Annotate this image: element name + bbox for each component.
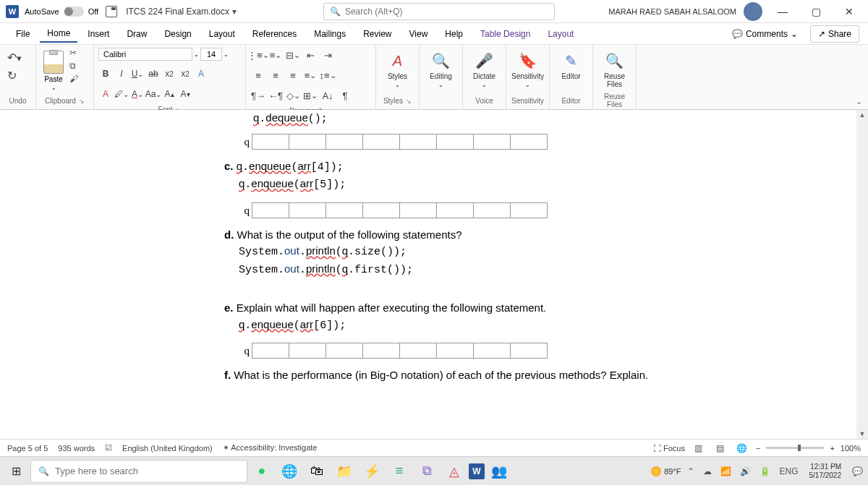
table-cell[interactable] bbox=[399, 202, 437, 218]
document-name[interactable]: ITCS 224 Final Exam.docx bbox=[126, 7, 229, 17]
table-cell[interactable] bbox=[510, 343, 548, 359]
chevron-down-icon[interactable]: ⌄ bbox=[224, 51, 229, 58]
table-row[interactable]: q bbox=[239, 202, 673, 218]
align-right-button[interactable]: ≡ bbox=[285, 68, 301, 82]
table-cell[interactable] bbox=[326, 202, 363, 218]
table-cell[interactable] bbox=[252, 134, 289, 150]
align-center-button[interactable]: ≡ bbox=[268, 68, 284, 82]
taskbar-search[interactable]: 🔍 bbox=[30, 460, 247, 483]
table-cell[interactable] bbox=[399, 134, 437, 150]
superscript-button[interactable]: x2 bbox=[178, 67, 192, 81]
multilevel-button[interactable]: ⊟⌄ bbox=[285, 48, 301, 62]
page-indicator[interactable]: Page 5 of 5 bbox=[7, 444, 48, 453]
autosave-toggle[interactable]: AutoSave Off bbox=[25, 7, 98, 17]
ltr-button[interactable]: ¶→ bbox=[250, 88, 266, 103]
taskbar-search-input[interactable] bbox=[55, 466, 239, 476]
claude-icon[interactable]: ◬ bbox=[441, 458, 467, 484]
read-mode-icon[interactable]: ▥ bbox=[691, 442, 707, 455]
save-icon[interactable] bbox=[106, 6, 117, 17]
close-button[interactable]: ✕ bbox=[836, 1, 862, 22]
store-icon[interactable]: 🛍 bbox=[304, 458, 330, 484]
table-cell[interactable] bbox=[289, 202, 326, 218]
notifications-icon[interactable]: 💬 bbox=[850, 466, 865, 476]
zoom-level[interactable]: 100% bbox=[841, 444, 861, 453]
chevron-down-icon[interactable]: ⌄ bbox=[194, 51, 199, 58]
wifi-icon[interactable]: 📶 bbox=[718, 466, 733, 476]
show-marks-button[interactable]: ¶ bbox=[337, 88, 353, 103]
tab-layout[interactable]: Layout bbox=[202, 26, 242, 42]
rtl-button[interactable]: ←¶ bbox=[268, 88, 284, 103]
table-row[interactable]: q bbox=[239, 343, 673, 359]
share-button[interactable]: ↗ Share bbox=[810, 25, 859, 43]
print-layout-icon[interactable]: ▤ bbox=[712, 442, 728, 455]
maximize-button[interactable]: ▢ bbox=[803, 1, 829, 22]
chevron-up-icon[interactable]: ⌃ bbox=[685, 466, 697, 476]
bold-button[interactable]: B bbox=[98, 67, 113, 81]
scroll-up-icon[interactable]: ▲ bbox=[856, 110, 868, 120]
language-indicator[interactable]: English (United Kingdom) bbox=[122, 444, 213, 453]
table-cell[interactable] bbox=[362, 202, 400, 218]
reuse-button[interactable]: 🔍 Reuse Files bbox=[597, 48, 631, 91]
app-icon[interactable]: ⚡ bbox=[359, 458, 385, 484]
tab-references[interactable]: References bbox=[245, 26, 304, 42]
comments-button[interactable]: 💬 Comments ⌄ bbox=[726, 25, 804, 43]
document-content[interactable]: q.dequeue(); q c. q.enqueue(arr[4]); q.e… bbox=[224, 110, 673, 384]
font-name-select[interactable]: Calibri bbox=[98, 48, 192, 61]
decrease-indent-button[interactable]: ⇤ bbox=[302, 48, 318, 62]
onedrive-icon[interactable]: ☁ bbox=[701, 466, 714, 476]
teams-icon[interactable]: 👥 bbox=[486, 458, 512, 484]
shrink-font-button[interactable]: A▾ bbox=[178, 87, 192, 101]
tab-mailings[interactable]: Mailings bbox=[307, 26, 353, 42]
grow-font-button[interactable]: A▴ bbox=[162, 87, 176, 101]
avatar[interactable] bbox=[744, 2, 762, 21]
tab-file[interactable]: File bbox=[9, 26, 37, 42]
table-cell[interactable] bbox=[362, 343, 400, 359]
zoom-slider[interactable] bbox=[766, 447, 824, 449]
table-row[interactable]: q bbox=[239, 134, 673, 150]
increase-indent-button[interactable]: ⇥ bbox=[320, 48, 336, 62]
tab-view[interactable]: View bbox=[402, 26, 435, 42]
paste-button[interactable]: Paste ⌄ bbox=[41, 48, 67, 94]
focus-button[interactable]: ⛶ Focus bbox=[653, 444, 685, 453]
tab-review[interactable]: Review bbox=[356, 26, 399, 42]
tab-draw[interactable]: Draw bbox=[119, 26, 154, 42]
dictate-button[interactable]: 🎤 Dictate ⌄ bbox=[467, 48, 501, 91]
chevron-down-icon[interactable]: ▾ bbox=[232, 7, 237, 17]
table-cell[interactable] bbox=[473, 134, 511, 150]
cut-icon[interactable]: ✂ bbox=[69, 48, 78, 58]
vscode-icon[interactable]: ≡ bbox=[386, 458, 412, 484]
tab-insert[interactable]: Insert bbox=[80, 26, 116, 42]
table-cell[interactable] bbox=[510, 134, 548, 150]
minimize-button[interactable]: — bbox=[770, 1, 796, 22]
editor-button[interactable]: ✎ Editor bbox=[554, 48, 588, 83]
table-cell[interactable] bbox=[436, 202, 474, 218]
styles-button[interactable]: A Styles ⌄ bbox=[380, 48, 414, 91]
volume-icon[interactable]: 🔊 bbox=[738, 466, 753, 476]
sort-button[interactable]: A↓ bbox=[320, 88, 336, 103]
undo-icon[interactable]: ↶▾ bbox=[7, 51, 28, 64]
shading-button[interactable]: ◇⌄ bbox=[285, 88, 301, 103]
table-cell[interactable] bbox=[436, 134, 474, 150]
collapse-ribbon-icon[interactable]: ⌄ bbox=[856, 97, 862, 106]
web-layout-icon[interactable]: 🌐 bbox=[734, 442, 750, 455]
table-cell[interactable] bbox=[252, 343, 289, 359]
table-cell[interactable] bbox=[473, 202, 511, 218]
accessibility-indicator[interactable]: ✴ Accessibility: Investigate bbox=[223, 443, 318, 453]
zoom-in-button[interactable]: + bbox=[830, 444, 834, 453]
sensitivity-button[interactable]: 🔖 Sensitivity ⌄ bbox=[511, 48, 545, 91]
borders-button[interactable]: ⊞⌄ bbox=[302, 88, 318, 103]
chrome-icon[interactable]: 🌐 bbox=[276, 458, 302, 484]
table-cell[interactable] bbox=[362, 134, 400, 150]
change-case-button[interactable]: Aa⌄ bbox=[146, 87, 161, 101]
italic-button[interactable]: I bbox=[114, 67, 129, 81]
tab-design[interactable]: Design bbox=[157, 26, 198, 42]
clock[interactable]: 12:31 PM 5/17/2022 bbox=[805, 463, 846, 480]
tab-help[interactable]: Help bbox=[438, 26, 470, 42]
scrollbar[interactable]: ▲ ▼ bbox=[856, 110, 868, 439]
table-cell[interactable] bbox=[326, 343, 363, 359]
search-input[interactable] bbox=[345, 7, 548, 17]
word-count[interactable]: 935 words bbox=[58, 444, 95, 453]
explorer-icon[interactable]: 📁 bbox=[331, 458, 357, 484]
table-cell[interactable] bbox=[289, 134, 326, 150]
underline-button[interactable]: U⌄ bbox=[130, 67, 145, 81]
